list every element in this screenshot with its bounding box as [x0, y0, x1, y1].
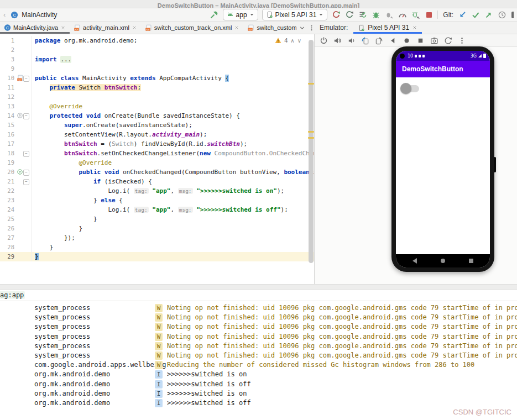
warning-stripe-mark[interactable]: [308, 131, 314, 133]
profiler-icon[interactable]: [398, 10, 407, 19]
code-editor[interactable]: 1package org.mk.android.demo;23import ..…: [0, 34, 315, 284]
logcat-row[interactable]: system_processWNoting op not finished: u…: [0, 313, 517, 322]
next-warning-icon[interactable]: ∨: [297, 38, 301, 44]
editor-tab[interactable]: <>activity_main.xml: [70, 22, 141, 34]
rotate-left-icon[interactable]: [361, 36, 369, 45]
run-config-dropdown[interactable]: app: [223, 9, 258, 20]
close-icon[interactable]: [60, 25, 66, 30]
prev-warning-icon[interactable]: ∧: [290, 38, 294, 44]
run-config-label: app: [236, 11, 247, 19]
debug-icon[interactable]: [371, 10, 380, 19]
code-text: Log.i( tag: "app", msg: ">>>>>>switched …: [32, 186, 314, 196]
more-icon[interactable]: [458, 36, 466, 45]
screenshot-icon[interactable]: [430, 36, 438, 45]
home-nav-icon[interactable]: [441, 259, 445, 263]
scrollbar-thumb[interactable]: [309, 40, 314, 263]
code-text: protected void onCreate(Bundle savedInst…: [32, 111, 314, 120]
back-nav-icon[interactable]: [412, 258, 417, 264]
tab-options-kebab-icon[interactable]: [308, 24, 315, 32]
gutter: [15, 36, 32, 45]
log-message: Noting op not finished: uid 10096 pkg co…: [167, 313, 517, 322]
code-line: 13 @Override: [0, 102, 314, 111]
switch-button[interactable]: [400, 82, 420, 95]
logcat-row[interactable]: org.mk.android.demoI>>>>>>switched is of…: [0, 398, 517, 408]
attach-debugger-icon[interactable]: [384, 10, 394, 19]
window-title: DemoSwitchButton – MainActivity.java [De…: [158, 2, 359, 8]
fold-marker-icon[interactable]: −: [23, 170, 29, 176]
history-icon[interactable]: [497, 10, 506, 19]
gutter: [15, 214, 32, 224]
code-line: 10<>−public class MainActivity extends A…: [0, 74, 314, 83]
logcat-filter-bar[interactable]: ag:app: [0, 290, 517, 301]
editor-tab[interactable]: CMainActivity.java: [0, 22, 70, 34]
logcat-row[interactable]: system_processWNoting op not finished: u…: [0, 342, 517, 351]
stop-icon[interactable]: [424, 10, 434, 19]
line-number: 22: [0, 186, 15, 196]
code-text: btnSwitch = (Switch) findViewById(R.id.s…: [32, 139, 314, 149]
phone-screen[interactable]: 10 3G DemoSwitchButton: [396, 51, 490, 267]
close-icon[interactable]: [412, 25, 417, 30]
log-level-badge: W: [155, 342, 163, 350]
warning-stripe-mark[interactable]: [308, 137, 314, 139]
build-hammer-icon[interactable]: [210, 10, 219, 19]
tab-list-chevron-icon[interactable]: [299, 24, 306, 32]
fold-marker-icon[interactable]: −: [23, 113, 29, 119]
main-toolbar: ‹ C MainActivity app Pixel 5 API 31 Git:: [0, 8, 517, 22]
log-process: org.mk.android.demo: [34, 398, 110, 408]
device-dropdown[interactable]: Pixel 5 API 31: [262, 9, 328, 20]
emulator-tab[interactable]: Pixel 5 API 31: [353, 22, 422, 34]
logcat-row[interactable]: system_processWNoting op not finished: u…: [0, 332, 517, 342]
back-icon[interactable]: [389, 36, 397, 45]
rotate-right-icon[interactable]: [375, 36, 383, 45]
panel-splitter[interactable]: [0, 285, 517, 290]
close-icon[interactable]: [234, 25, 239, 30]
logcat-row[interactable]: org.mk.android.demoI>>>>>>switched is of…: [0, 380, 517, 389]
device-phone-icon: [266, 11, 273, 18]
git-update-icon[interactable]: [457, 10, 467, 19]
code-line: 1package org.mk.android.demo;: [0, 36, 314, 45]
close-icon[interactable]: [132, 25, 137, 30]
inspections-widget[interactable]: 4 ∧ ∨: [273, 36, 303, 44]
profile-app-icon[interactable]: [411, 10, 420, 19]
gutter: [15, 64, 32, 74]
code-text: Log.i( tag: "app", msg: ">>>>>>switched …: [32, 205, 314, 214]
logcat-row[interactable]: system_processWNoting op not finished: u…: [0, 303, 517, 313]
volume-up-icon[interactable]: [333, 36, 342, 45]
editor-scrollbar[interactable]: [309, 38, 314, 279]
log-level-badge: W: [155, 323, 163, 331]
code-line: 14− protected void onCreate(Bundle saved…: [0, 111, 314, 120]
code-line: 22 Log.i( tag: "app", msg: ">>>>>>switch…: [0, 186, 314, 196]
git-push-icon[interactable]: [484, 10, 493, 19]
line-number: 2: [0, 45, 15, 55]
volume-down-icon[interactable]: [347, 36, 356, 45]
git-commit-icon[interactable]: [471, 10, 480, 19]
editor-tab[interactable]: <>switch_custom_track_off.xml: [243, 22, 296, 34]
overview-icon[interactable]: [416, 36, 425, 45]
logcat-output[interactable]: system_processWNoting op not finished: u…: [0, 301, 517, 408]
logcat-row[interactable]: org.mk.android.demoI>>>>>>switched is on: [0, 389, 517, 398]
apply-changes-icon[interactable]: [331, 10, 341, 19]
fold-marker-icon[interactable]: −: [23, 151, 29, 157]
snapshots-icon[interactable]: [444, 36, 452, 45]
phone-power-button: [494, 157, 496, 172]
home-icon[interactable]: [403, 36, 411, 45]
logcat-row[interactable]: system_processWNoting op not finished: u…: [0, 322, 517, 332]
svg-text:<>: <>: [18, 78, 22, 81]
editor-tab[interactable]: <>switch_custom_track_on.xml: [141, 22, 244, 34]
power-icon[interactable]: [320, 36, 328, 45]
tab-label: switch_custom_track_off.xml: [257, 24, 296, 31]
fold-marker-icon[interactable]: −: [23, 179, 29, 185]
overview-nav-icon[interactable]: [469, 259, 473, 263]
fold-marker-icon[interactable]: −: [23, 76, 29, 82]
breadcrumb-label[interactable]: MainActivity: [22, 11, 57, 19]
back-chevron-icon[interactable]: ‹: [3, 11, 6, 19]
apply-code-changes-icon[interactable]: [344, 10, 354, 19]
line-number: 24: [0, 205, 15, 214]
run-coverage-icon[interactable]: [358, 10, 367, 19]
warning-stripe-mark[interactable]: [308, 83, 314, 85]
svg-text:C: C: [13, 13, 16, 18]
logcat-row[interactable]: com.google.android.apps.wellbeingWReduci…: [0, 360, 517, 370]
logcat-row[interactable]: system_processWNoting op not finished: u…: [0, 351, 517, 360]
logcat-filter-query[interactable]: ag:app: [0, 291, 25, 299]
logcat-row[interactable]: org.mk.android.demoI>>>>>>switched is on: [0, 370, 517, 379]
